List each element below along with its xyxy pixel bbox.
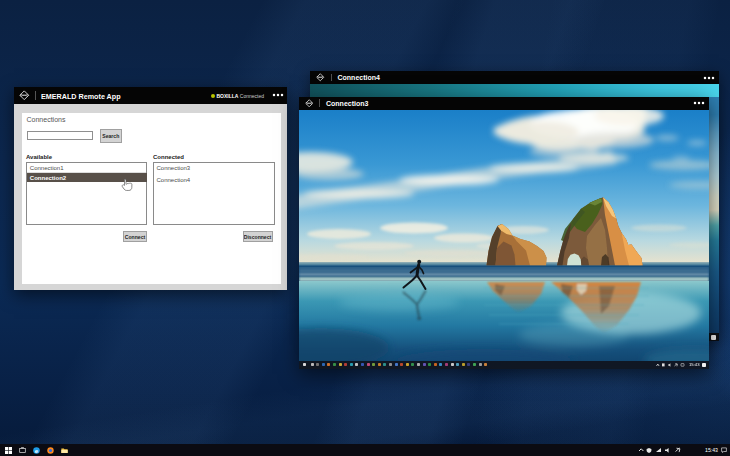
svg-text:e: e [34,447,38,454]
